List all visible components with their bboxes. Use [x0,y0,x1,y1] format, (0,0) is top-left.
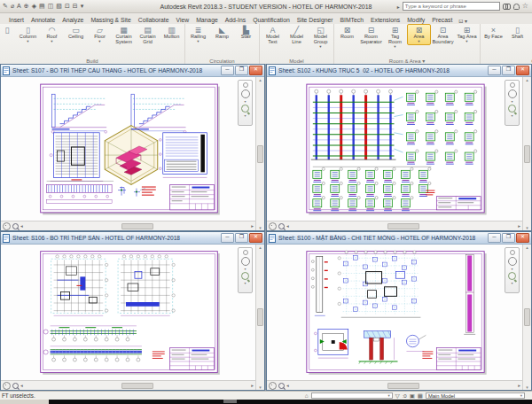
stair-button[interactable]: ▙Stair [234,24,258,42]
scroll-left-icon[interactable]: ◂ [286,383,289,388]
navigation-bar[interactable]: ▾ ▾ [505,80,520,126]
dropdown-arrow-icon[interactable]: ▾ [394,45,395,49]
zoom-tool-icon[interactable] [508,105,516,113]
infocenter-collapse-icon[interactable]: ▸ [397,4,400,10]
dropdown-arrow-icon[interactable]: ▾ [418,40,419,43]
close-hidden-windows-icon[interactable]: ⊡ [65,0,70,12]
restore-button[interactable]: ❐ [502,66,515,75]
minimize-button[interactable]: ─ [221,66,234,75]
mullion-button[interactable]: ▥Mullion [160,24,184,42]
zoom-dropdown-icon[interactable]: ▾ [244,114,246,117]
text-icon[interactable]: A [17,0,21,12]
search-icon[interactable] [503,4,511,9]
close-button[interactable]: ✕ [249,233,262,243]
dropdown-arrow-icon[interactable]: ▾ [466,40,467,43]
scrollbar-thumb[interactable] [524,308,530,326]
scroll-down-icon[interactable]: ▾ [259,225,262,230]
tab-bimtech[interactable]: BIMTech [337,16,367,24]
column-button[interactable]: ▯Column▾ [16,24,40,45]
close-button[interactable]: ✕ [516,233,529,243]
modify-icon[interactable]: ✎ [3,0,8,12]
scroll-left-icon[interactable]: ◂ [20,223,23,229]
scroll-down-icon[interactable]: ▾ [526,385,528,390]
steering-wheel-shortcut-icon[interactable] [269,222,277,230]
design-option-select[interactable]: Main Model▾ [426,392,525,399]
drawing-canvas-s102[interactable]: ▾ ▾ [267,77,522,221]
vertical-scrollbar[interactable]: ▴ ▾ [255,245,264,390]
wheel-dropdown-icon[interactable]: ▾ [511,268,512,270]
window-title-bar[interactable]: Sheet: S100 - MẶT BẰNG - CHI TIẾT MÓNG -… [267,232,531,245]
zoom-dropdown-icon[interactable]: ▾ [511,282,512,284]
steering-wheel-icon[interactable] [508,257,517,266]
zoom-tool-icon[interactable] [241,105,249,113]
thin-lines-icon[interactable]: ▧ [56,0,62,12]
taskbar-button[interactable] [223,400,237,403]
tab-site-designer[interactable]: Site Designer [293,16,337,24]
tab-extensions[interactable]: Extensions [367,16,403,24]
workset-select[interactable]: ▾ [311,392,393,399]
tab-modify[interactable]: Modify [403,16,428,24]
scroll-right-icon[interactable]: ▸ [518,223,520,229]
taskbar[interactable] [0,400,532,404]
room-separator-button[interactable]: ⊟Room Separator [359,24,383,47]
dropdown-arrow-icon[interactable]: ▾ [51,40,52,43]
scroll-left-icon[interactable]: ◂ [286,223,289,229]
scrollbar-thumb[interactable] [257,308,263,326]
navbar-collapse-icon[interactable] [243,82,248,88]
dropdown-arrow-icon[interactable]: ▾ [27,40,28,43]
navigation-bar[interactable]: ▾ ▾ [505,247,520,293]
steering-wheel-shortcut-icon[interactable] [3,382,11,390]
window-title-bar[interactable]: Sheet: S107 - BỐ TRÍ THÉP CẦU THANG - HO… [1,65,264,77]
drawing-canvas-s106[interactable]: ▾ ▾ [1,245,255,380]
area-button[interactable]: ⊠Area▾ [407,24,431,45]
steering-wheel-shortcut-icon[interactable] [3,222,11,230]
close-button[interactable]: ✕ [249,66,262,75]
tab-quantification[interactable]: Quantification [249,16,293,24]
tab-view[interactable]: View [173,16,193,24]
ribbon-button-partial[interactable]: ▯ [0,24,16,36]
search-input[interactable] [403,2,500,11]
design-options-icon[interactable]: ▦ [418,392,423,400]
vertical-scrollbar[interactable]: ▴ ▾ [255,77,264,230]
steering-wheel-icon[interactable] [508,89,517,98]
default-3d-view-icon[interactable]: ◫ [48,0,54,12]
vertical-scrollbar[interactable]: ▴ ▾ [522,77,531,230]
navigation-bar[interactable]: ▾ ▾ [238,247,253,293]
roof-button[interactable]: ◠Roof▾ [40,24,64,45]
scroll-right-icon[interactable]: ▸ [251,383,254,388]
horizontal-scrollbar[interactable] [291,383,516,389]
horizontal-scrollbar[interactable] [25,223,249,229]
zoom-shortcut-icon[interactable] [12,383,19,389]
tab-analyze[interactable]: Analyze [59,16,87,24]
dropdown-arrow-icon[interactable]: ▾ [197,40,199,43]
scroll-up-icon[interactable]: ▴ [259,245,262,250]
scrollbar-thumb[interactable] [257,145,263,163]
minimize-button[interactable]: ─ [221,233,234,243]
scrollbar-thumb[interactable] [524,145,530,163]
view-control-bar[interactable]: ◂ ▸ [1,221,255,230]
favorites-star-icon[interactable]: ☆ [522,3,528,10]
window-s102[interactable]: Sheet: S102 - KHUNG TRỤC 5_02 - HOTEL OF… [266,64,532,231]
zoom-tool-icon[interactable] [241,272,249,280]
ramp-button[interactable]: ◣Ramp [210,24,234,42]
room-button[interactable]: ⊠Room [335,24,359,42]
zoom-dropdown-icon[interactable]: ▾ [511,114,512,117]
tag-icon[interactable]: ◈ [32,0,36,12]
tab-precast[interactable]: Precast [428,16,456,24]
ribbon-display-toggle-icon[interactable]: ⊡ ▾ [456,18,470,24]
view-control-bar[interactable]: ◂ ▸ [1,380,255,390]
floor-button[interactable]: ▱Floor▾ [88,24,112,45]
tab-insert[interactable]: Insert [5,16,27,24]
drawing-canvas-s107[interactable]: ▾ ▾ [1,77,255,221]
tab-collaborate[interactable]: Collaborate [135,16,173,24]
zoom-dropdown-icon[interactable]: ▾ [244,282,246,284]
model-text-button[interactable]: AModel Text [261,24,285,47]
wheel-dropdown-icon[interactable]: ▾ [244,268,246,270]
area-boundary-button[interactable]: ⊡Area Boundary [431,24,455,47]
window-s107[interactable]: Sheet: S107 - BỐ TRÍ THÉP CẦU THANG - HO… [0,64,265,231]
tab-add-ins[interactable]: Add-Ins [222,16,249,24]
navbar-collapse-icon[interactable] [510,250,515,255]
tag-area-button[interactable]: ⊞Tag Area▾ [455,24,479,45]
vertical-scrollbar[interactable]: ▴ ▾ [522,245,531,390]
scroll-down-icon[interactable]: ▾ [526,225,528,230]
